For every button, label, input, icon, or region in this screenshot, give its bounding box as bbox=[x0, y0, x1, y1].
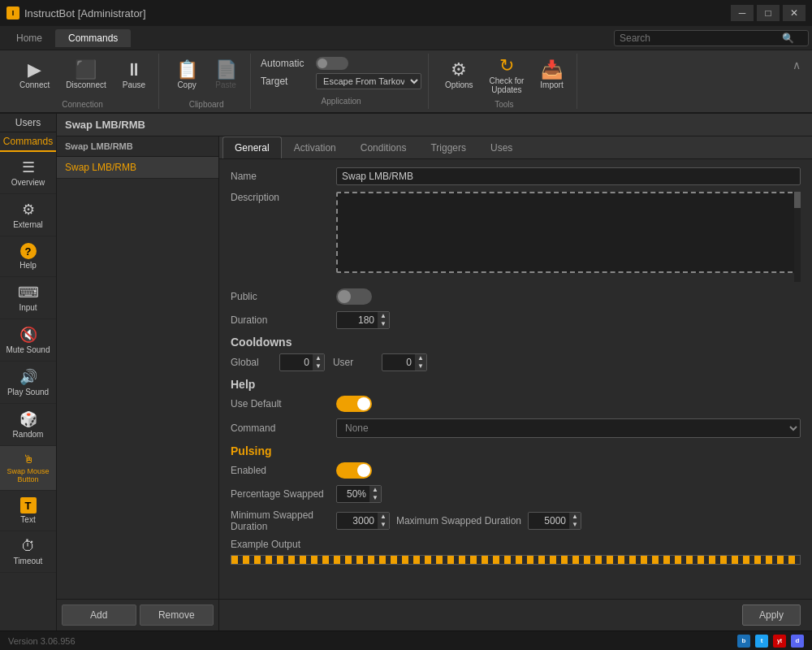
tools-group-label: Tools bbox=[438, 97, 570, 109]
sidebar-item-random[interactable]: 🎲 Random bbox=[0, 404, 56, 446]
command-list: Swap LMB/RMB Swap LMB/RMB Add Remove bbox=[57, 136, 219, 630]
content-header-title: Swap LMB/RMB bbox=[65, 119, 145, 131]
description-input[interactable] bbox=[336, 192, 801, 273]
tab-general[interactable]: General bbox=[222, 136, 282, 158]
max-dur-input[interactable] bbox=[529, 513, 569, 529]
duration-input-wrap: ▲ ▼ bbox=[336, 311, 390, 329]
play-sound-icon: 🔊 bbox=[19, 368, 37, 386]
description-scrollbar bbox=[794, 192, 801, 282]
pct-up[interactable]: ▲ bbox=[369, 486, 381, 494]
min-dur-label: Minimum Swapped Duration bbox=[231, 509, 336, 532]
sidebar-item-input[interactable]: ⌨ Input bbox=[0, 277, 56, 319]
max-dur-up[interactable]: ▲ bbox=[569, 513, 581, 521]
duration-down-button[interactable]: ▼ bbox=[378, 320, 389, 328]
import-icon: 📥 bbox=[541, 61, 563, 79]
description-container bbox=[336, 192, 801, 282]
copy-label: Copy bbox=[177, 80, 196, 89]
import-button[interactable]: 📥 Import bbox=[533, 54, 569, 97]
target-label: Target bbox=[261, 76, 309, 87]
minimize-button[interactable]: ─ bbox=[731, 5, 754, 21]
command-list-header: Swap LMB/RMB bbox=[57, 136, 218, 157]
search-icon: 🔍 bbox=[782, 32, 794, 44]
pct-input[interactable] bbox=[337, 486, 369, 502]
automatic-row: Automatic bbox=[261, 57, 421, 70]
global-cooldown-input[interactable] bbox=[280, 354, 313, 370]
pulsing-header: Pulsing bbox=[231, 444, 801, 457]
user-cooldown-down[interactable]: ▼ bbox=[415, 362, 426, 370]
add-command-button[interactable]: Add bbox=[62, 604, 136, 626]
options-button[interactable]: ⚙ Options bbox=[438, 54, 479, 97]
user-cooldown-up[interactable]: ▲ bbox=[415, 354, 426, 362]
global-cooldown-wrap: ▲ ▼ bbox=[279, 353, 325, 371]
user-cooldown-input[interactable] bbox=[382, 354, 415, 370]
apply-button[interactable]: Apply bbox=[742, 604, 801, 626]
pause-label: Pause bbox=[123, 80, 145, 89]
sidebar-item-timeout-label: Timeout bbox=[14, 557, 43, 566]
check-updates-button[interactable]: ↻ Check forUpdates bbox=[483, 54, 531, 97]
pause-button[interactable]: ⏸ Pause bbox=[116, 54, 152, 97]
tab-uses[interactable]: Uses bbox=[478, 136, 525, 158]
sidebar-item-timeout[interactable]: ⏱ Timeout bbox=[0, 531, 56, 573]
sidebar-item-mute-sound-label: Mute Sound bbox=[6, 345, 50, 354]
collapse-ribbon-button[interactable]: ∧ bbox=[788, 57, 806, 73]
copy-button[interactable]: 📋 Copy bbox=[169, 54, 205, 97]
name-input[interactable] bbox=[336, 167, 801, 185]
sidebar-item-play-sound-label: Play Sound bbox=[7, 388, 49, 396]
global-cooldown-up[interactable]: ▲ bbox=[313, 354, 324, 362]
duration-input[interactable] bbox=[337, 312, 378, 328]
description-row: Description bbox=[231, 192, 801, 282]
global-cooldown-down[interactable]: ▼ bbox=[313, 362, 324, 370]
sidebar-users-header[interactable]: Users bbox=[0, 114, 56, 132]
command-list-footer: Add Remove bbox=[57, 599, 218, 630]
tab-home[interactable]: Home bbox=[3, 29, 55, 47]
pct-down[interactable]: ▼ bbox=[369, 494, 381, 502]
duration-up-button[interactable]: ▲ bbox=[378, 312, 389, 320]
automatic-toggle[interactable] bbox=[316, 57, 348, 70]
sidebar-item-text-label: Text bbox=[20, 515, 35, 524]
maximize-button[interactable]: □ bbox=[757, 5, 780, 21]
sidebar-item-swap-mouse[interactable]: 🖱 Swap Mouse Button bbox=[0, 446, 56, 491]
max-dur-down[interactable]: ▼ bbox=[569, 521, 581, 529]
sidebar-item-text[interactable]: T Text bbox=[0, 491, 56, 531]
detail-tabs: General Activation Conditions Triggers U… bbox=[219, 136, 812, 159]
pulsing-enabled-toggle[interactable] bbox=[336, 462, 372, 479]
remove-command-button[interactable]: Remove bbox=[140, 604, 214, 626]
command-list-item-swap[interactable]: Swap LMB/RMB bbox=[57, 157, 218, 179]
help-icon: ? bbox=[20, 243, 37, 259]
copy-icon: 📋 bbox=[176, 61, 198, 79]
status-icon-t: t bbox=[755, 635, 768, 648]
public-toggle[interactable] bbox=[336, 288, 372, 305]
title-controls: ─ □ ✕ bbox=[731, 5, 806, 21]
status-icon-b: b bbox=[737, 635, 750, 648]
sidebar-item-overview[interactable]: ☰ Overview bbox=[0, 152, 56, 194]
close-button[interactable]: ✕ bbox=[783, 5, 806, 21]
use-default-toggle[interactable] bbox=[336, 396, 372, 412]
connect-label: Connect bbox=[19, 80, 50, 89]
disconnect-button[interactable]: ⬛ Disconnect bbox=[59, 54, 112, 97]
tab-conditions[interactable]: Conditions bbox=[348, 136, 419, 158]
max-dur-wrap: ▲ ▼ bbox=[528, 512, 581, 530]
sidebar-commands-header[interactable]: Commands bbox=[0, 132, 56, 152]
sidebar-item-overview-label: Overview bbox=[11, 178, 45, 187]
tab-commands[interactable]: Commands bbox=[55, 29, 131, 47]
sidebar-item-play-sound[interactable]: 🔊 Play Sound bbox=[0, 362, 56, 404]
min-dur-input[interactable] bbox=[337, 513, 378, 529]
command-select[interactable]: None bbox=[336, 418, 801, 438]
paste-button[interactable]: 📄 Paste bbox=[208, 54, 244, 97]
search-input[interactable] bbox=[620, 32, 782, 44]
target-dropdown[interactable]: Escape From Tarkov bbox=[316, 73, 421, 89]
automatic-label: Automatic bbox=[261, 58, 309, 69]
cooldowns-header: Cooldowns bbox=[231, 336, 801, 349]
min-dur-up[interactable]: ▲ bbox=[378, 513, 389, 521]
check-updates-icon: ↻ bbox=[499, 57, 514, 75]
sidebar-item-help[interactable]: ? Help bbox=[0, 236, 56, 277]
example-output-label: Example Output bbox=[231, 539, 801, 550]
sidebar-item-external[interactable]: ⚙ External bbox=[0, 194, 56, 236]
status-bar: Version 3.06.956 b t yt d bbox=[0, 630, 812, 650]
tab-activation[interactable]: Activation bbox=[282, 136, 348, 158]
tab-triggers[interactable]: Triggers bbox=[418, 136, 478, 158]
sidebar-item-mute-sound[interactable]: 🔇 Mute Sound bbox=[0, 319, 56, 362]
connect-button[interactable]: ▶ Connect bbox=[13, 54, 56, 97]
status-icon-yt: yt bbox=[773, 635, 786, 648]
min-dur-down[interactable]: ▼ bbox=[378, 521, 389, 529]
